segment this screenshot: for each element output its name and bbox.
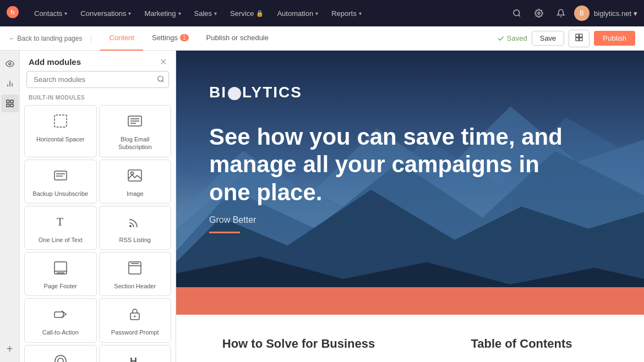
svg-point-17 [158,76,163,81]
view-toggle-button[interactable] [569,30,590,47]
modules-icon-button[interactable] [1,95,19,112]
modules-panel-title: Add modules [29,57,81,67]
module-logo[interactable]: Logo [24,345,97,362]
svg-point-30 [129,225,132,227]
module-page-footer[interactable]: Page Footer [24,252,97,296]
module-label: One Line of Text [39,236,83,244]
modules-grid: Horizontal Spacer Blog Email Subscriptio… [20,105,176,362]
section-header-icon [127,260,143,278]
module-image[interactable]: Image [99,160,172,204]
svg-point-41 [58,358,63,362]
save-button[interactable]: Save [532,31,565,46]
analytics-icon-button[interactable] [1,75,19,92]
tab-content[interactable]: Content [100,26,143,51]
notifications-button[interactable] [552,4,570,22]
module-label: Page Footer [43,282,77,290]
hubspot-logo[interactable]: h [7,6,19,21]
preview-icon-button[interactable] [1,55,19,73]
page-preview: BI LYTICS See how you can save time, and… [176,51,644,362]
top-navigation: h Contacts ▾ Conversations ▾ Marketing ▾… [0,0,644,26]
user-menu[interactable]: biglytics.net ▾ [594,9,637,18]
nav-right-actions: B biglytics.net ▾ [508,4,637,22]
nav-contacts[interactable]: Contacts ▾ [28,0,74,26]
module-label: Horizontal Spacer [36,135,84,143]
bottom-col-2: Table of Contents [432,337,611,351]
saved-status: Saved [497,34,527,42]
header-icon: H [127,353,143,362]
nav-automation[interactable]: Automation ▾ [270,0,325,26]
module-label: Call-to-Action [42,328,79,336]
modules-panel-header: Add modules ✕ [20,51,176,71]
search-submit-button[interactable] [157,75,165,84]
svg-rect-37 [54,312,63,317]
logo-icon [53,353,68,362]
rss-listing-icon [127,214,143,232]
svg-rect-7 [576,37,578,40]
nav-conversations[interactable]: Conversations ▾ [74,0,138,26]
password-prompt-icon [127,306,143,324]
built-in-section-label: BUILT-IN MODULES [20,92,176,105]
svg-text:T: T [57,216,63,228]
page-content-area: BI LYTICS See how you can save time, and… [176,51,644,362]
lock-icon: 🔒 [256,10,264,17]
secondary-nav-actions: Saved Save Publish [497,30,635,47]
module-one-line-text[interactable]: T One Line of Text [24,206,97,250]
hero-divider [209,232,240,233]
secondary-tabs: Content Settings 1 Publish or schedule [100,26,496,51]
chevron-down-icon: ▾ [178,10,181,17]
hero-logo: BI LYTICS [209,84,600,101]
svg-rect-31 [54,262,67,274]
nav-reports[interactable]: Reports ▾ [325,0,368,26]
settings-button[interactable] [530,4,548,22]
module-horizontal-spacer[interactable]: Horizontal Spacer [24,105,97,157]
close-modules-panel-button[interactable]: ✕ [160,58,167,67]
one-line-text-icon: T [53,214,68,232]
salmon-accent-bar [176,287,644,315]
publish-button[interactable]: Publish [594,31,635,46]
tab-publish-schedule[interactable]: Publish or schedule [198,26,277,51]
module-backup-unsubscribe[interactable]: Backup Unsubscribe [24,160,97,204]
modules-panel: Add modules ✕ BUILT-IN MODULES Horizonta… [20,51,176,362]
module-label: Image [127,190,144,198]
module-header[interactable]: H Header [99,345,172,362]
page-footer-icon [53,260,68,278]
module-password-prompt[interactable]: Password Prompt [99,298,172,342]
search-button[interactable] [508,4,526,22]
svg-rect-19 [54,115,67,127]
secondary-navigation: ← Back to landing pages Content Settings… [0,26,644,51]
module-section-header[interactable]: Section Header [99,252,172,296]
sidebar-icon-strip: + [0,51,20,362]
svg-line-3 [519,15,520,17]
chevron-down-icon: ▾ [214,10,217,17]
chevron-down-icon: ▾ [315,10,318,17]
nav-marketing[interactable]: Marketing ▾ [138,0,187,26]
search-modules-input[interactable] [26,71,169,88]
hero-section: BI LYTICS See how you can save time, and… [176,51,644,287]
module-label: Section Header [114,282,156,290]
add-icon-button[interactable]: + [1,340,19,358]
svg-point-39 [134,316,136,317]
nav-sales[interactable]: Sales ▾ [188,0,224,26]
hero-content: BI LYTICS See how you can save time, and… [176,51,644,255]
module-label: Password Prompt [111,328,159,336]
chevron-down-icon: ▾ [128,10,131,17]
nav-service[interactable]: Service 🔒 [223,0,270,26]
user-avatar[interactable]: B [574,6,590,21]
svg-point-2 [514,10,520,16]
svg-line-18 [162,80,164,82]
svg-point-4 [538,12,540,14]
module-blog-email[interactable]: Blog Email Subscription [99,105,172,157]
svg-rect-5 [576,34,578,37]
module-label: RSS Listing [119,236,151,244]
bottom-content-section: How to Solve for Business Table of Conte… [176,315,644,362]
svg-rect-8 [580,37,582,40]
svg-point-40 [55,355,66,362]
module-rss-listing[interactable]: RSS Listing [99,206,172,250]
svg-rect-6 [580,34,582,37]
module-cta[interactable]: Call-to-Action [24,298,97,342]
cta-icon [53,306,68,324]
back-to-landing-pages[interactable]: ← Back to landing pages [9,35,91,42]
tab-settings[interactable]: Settings 1 [143,26,198,51]
chevron-down-icon: ▾ [634,9,637,18]
svg-text:h: h [11,8,15,15]
